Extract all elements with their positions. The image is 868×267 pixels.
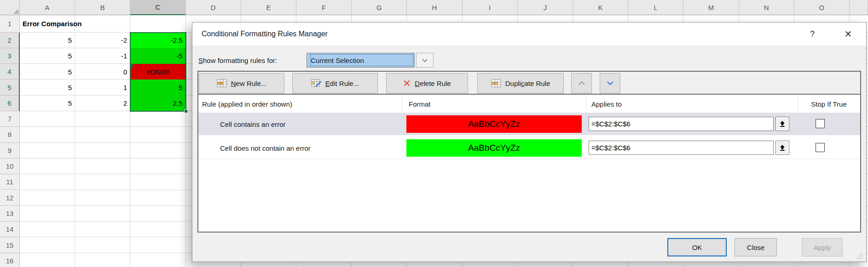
row-header-9[interactable]: 9 — [0, 143, 20, 159]
column-header-J[interactable]: J — [518, 0, 573, 15]
scope-combobox[interactable]: Current Selection — [307, 53, 415, 68]
row-header-13[interactable]: 13 — [0, 206, 20, 222]
row-header-16[interactable]: 16 — [0, 253, 20, 267]
column-header-I[interactable]: I — [463, 0, 518, 15]
column-header-N[interactable]: N — [739, 0, 794, 15]
apply-button[interactable]: Apply — [802, 238, 843, 256]
cell-B3[interactable]: -1 — [75, 48, 130, 64]
row-header-5[interactable]: 5 — [0, 80, 20, 95]
column-header-G[interactable]: G — [352, 0, 407, 15]
row-header-8[interactable]: 8 — [0, 127, 20, 142]
row-header-14[interactable]: 14 — [0, 222, 20, 237]
edit-rule-label: Edit Rule... — [325, 80, 359, 87]
column-header-O[interactable]: O — [794, 0, 850, 15]
chevron-up-icon — [578, 81, 585, 85]
column-header-B[interactable]: B — [75, 0, 130, 15]
column-header-C[interactable]: C — [130, 0, 185, 15]
rule-row-2[interactable]: Cell does not contain an errorAaBbCcYyZz… — [198, 137, 860, 159]
cf-rules-manager-dialog: Conditional Formatting Rules Manager ? ✕… — [192, 22, 867, 262]
delete-rule-button[interactable]: Delete Rule — [386, 73, 468, 93]
corner-triangle — [13, 9, 18, 14]
excel-workbook-view: ABCDEFGHIJKLMNO12345678910111213141516Er… — [0, 0, 868, 267]
new-rule-button[interactable]: New Rule... — [199, 73, 284, 93]
stop-if-true-checkbox[interactable] — [816, 143, 825, 152]
cell-B5[interactable]: 1 — [75, 80, 130, 95]
table-grid-icon — [491, 79, 501, 87]
rule-name: Cell contains an error — [220, 113, 286, 135]
red-x-icon — [403, 80, 411, 87]
cell-A4[interactable]: 5 — [20, 64, 75, 80]
cell-B2[interactable]: -2 — [75, 33, 130, 48]
help-icon[interactable]: ? — [804, 23, 820, 45]
cell-A1[interactable]: Error Comparison — [20, 15, 130, 33]
rules-toolbar: New Rule...Edit Rule...Delete RuleDuplic… — [198, 72, 860, 95]
chevron-down-icon — [422, 58, 428, 62]
rules-panel: New Rule...Edit Rule...Delete RuleDuplic… — [197, 71, 861, 233]
rule-name: Cell does not contain an error — [220, 137, 311, 159]
cell-A3[interactable]: 5 — [20, 48, 75, 64]
row-header-7[interactable]: 7 — [0, 111, 20, 127]
chevron-down-icon — [607, 81, 614, 85]
column-header-partial[interactable] — [850, 0, 868, 15]
row-header-10[interactable]: 10 — [0, 159, 20, 174]
cell-B4[interactable]: 0 — [75, 64, 130, 80]
cell-A1-text: Error Comparison — [23, 20, 81, 28]
format-preview-swatch: AaBbCcYyZz — [406, 139, 582, 157]
column-header-K[interactable]: K — [573, 0, 628, 15]
delete-rule-label: Delete Rule — [415, 80, 451, 87]
col-header-format: Format — [409, 95, 431, 113]
column-header-D[interactable]: D — [186, 0, 241, 15]
applies-to-input[interactable]: =$C$2:$C$6 — [589, 117, 774, 131]
rule-row-1[interactable]: Cell contains an errorAaBbCcYyZz=$C$2:$C… — [198, 113, 860, 135]
ok-button[interactable]: OK — [667, 238, 727, 256]
show-rules-label: Show formatting rules for: — [198, 53, 277, 68]
stop-if-true-checkbox[interactable] — [816, 119, 825, 128]
column-header-A[interactable]: A — [20, 0, 75, 15]
row-header-15[interactable]: 15 — [0, 237, 20, 253]
row-header-1[interactable]: 1 — [0, 15, 20, 33]
close-button[interactable]: Close — [735, 238, 777, 256]
rules-table-header: Rule (applied in order shown) Format App… — [198, 95, 860, 113]
selection-outline-C2:C6 — [130, 32, 186, 112]
column-header-H[interactable]: H — [407, 0, 462, 15]
column-header-M[interactable]: M — [683, 0, 739, 15]
column-header-E[interactable]: E — [241, 0, 296, 15]
format-preview-swatch: AaBbCcYyZz — [406, 115, 582, 133]
row-header-3[interactable]: 3 — [0, 48, 20, 64]
scope-combobox-value: Current Selection — [309, 53, 414, 67]
column-divider — [798, 97, 798, 111]
row-header-4[interactable]: 4 — [0, 64, 20, 80]
applies-to-input[interactable]: =$C$2:$C$6 — [589, 141, 774, 155]
table-grid-icon — [217, 79, 227, 87]
col-header-applies: Applies to — [591, 95, 622, 113]
scope-combobox-dropdown-button[interactable] — [416, 53, 434, 68]
move-down-button[interactable] — [600, 73, 620, 93]
row-header-12[interactable]: 12 — [0, 190, 20, 206]
row-header-2[interactable]: 2 — [0, 33, 20, 48]
fill-handle[interactable] — [184, 109, 188, 113]
cell-A6[interactable]: 5 — [20, 96, 75, 111]
range-selector-button[interactable] — [775, 117, 789, 131]
move-up-button[interactable] — [571, 73, 592, 93]
cell-A2[interactable]: 5 — [20, 33, 75, 48]
duplicate-rule-button[interactable]: Duplicate Rule — [477, 73, 564, 93]
edit-rule-button[interactable]: Edit Rule... — [292, 73, 378, 93]
table-edit-icon — [311, 79, 321, 88]
column-header-F[interactable]: F — [296, 0, 352, 15]
cell-B6[interactable]: 2 — [75, 96, 130, 111]
col-header-stop-if-true: Stop If True — [798, 95, 860, 113]
column-divider — [586, 97, 586, 111]
dialog-title: Conditional Formatting Rules Manager — [202, 23, 328, 45]
close-icon[interactable]: ✕ — [839, 23, 857, 45]
select-all-corner[interactable] — [0, 0, 20, 15]
col-header-rule: Rule (applied in order shown) — [202, 95, 292, 113]
column-header-L[interactable]: L — [628, 0, 683, 15]
range-selector-button[interactable] — [775, 141, 789, 155]
resize-grip[interactable] — [857, 253, 863, 259]
new-rule-label: New Rule... — [231, 80, 267, 87]
cell-A5[interactable]: 5 — [20, 80, 75, 95]
duplicate-rule-label: Duplicate Rule — [505, 80, 550, 87]
row-header-11[interactable]: 11 — [0, 174, 20, 190]
row-header-6[interactable]: 6 — [0, 96, 20, 111]
range-selector-icon — [779, 120, 786, 127]
